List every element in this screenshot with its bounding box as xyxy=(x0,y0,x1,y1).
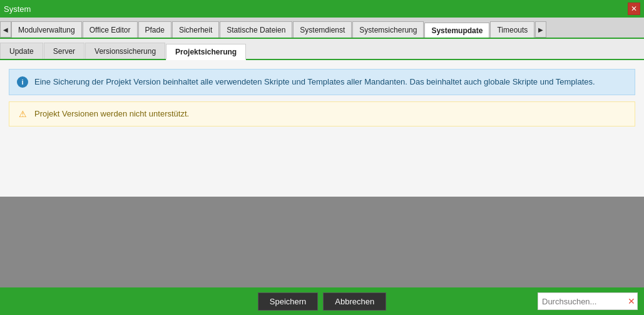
tab-timeouts[interactable]: Timeouts xyxy=(490,21,534,38)
tab-scroll-left[interactable]: ◀ xyxy=(0,21,11,38)
tab-statische-dateien[interactable]: Statische Dateien xyxy=(220,21,292,38)
title-bar: System ✕ xyxy=(0,0,644,18)
subtab-server[interactable]: Server xyxy=(44,43,84,59)
save-button[interactable]: Speichern xyxy=(258,292,319,311)
close-button[interactable]: ✕ xyxy=(628,3,640,15)
search-box-wrap: ✕ xyxy=(538,292,638,310)
sub-tabs-bar: Update Server Versionssicherung Projekts… xyxy=(0,39,644,60)
tab-systemupdate[interactable]: Systemupdate xyxy=(424,23,489,39)
warning-text: Projekt Versionen werden nicht unterstüt… xyxy=(34,109,189,118)
tab-office-editor[interactable]: Office Editor xyxy=(83,21,138,38)
main-tabs-bar: ◀ Modulverwaltung Office Editor Pfade Si… xyxy=(0,18,644,39)
warning-box: ⚠ Projekt Versionen werden nicht unterst… xyxy=(9,101,635,127)
search-clear-icon[interactable]: ✕ xyxy=(628,296,635,306)
content-area: i Eine Sicherung der Projekt Version bei… xyxy=(0,60,644,197)
info-text: Eine Sicherung der Projekt Version beinh… xyxy=(34,76,595,88)
tab-scroll-right[interactable]: ▶ xyxy=(535,21,546,38)
tab-systemsicherung[interactable]: Systemsicherung xyxy=(352,21,424,38)
info-icon: i xyxy=(17,76,28,88)
search-input[interactable] xyxy=(538,292,638,310)
tab-sicherheit[interactable]: Sicherheit xyxy=(172,21,219,38)
main-window: System ✕ ◀ Modulverwaltung Office Editor… xyxy=(0,0,644,315)
subtab-versionssicherung[interactable]: Versionssicherung xyxy=(85,43,165,59)
cancel-button[interactable]: Abbrechen xyxy=(323,292,386,311)
tab-systemdienst[interactable]: Systemdienst xyxy=(293,21,352,38)
warning-icon: ⚠ xyxy=(17,108,28,120)
tab-modulverwaltung[interactable]: Modulverwaltung xyxy=(11,21,82,38)
window-title: System xyxy=(4,4,31,14)
subtab-update[interactable]: Update xyxy=(0,43,43,59)
tab-pfade[interactable]: Pfade xyxy=(138,21,171,38)
info-box: i Eine Sicherung der Projekt Version bei… xyxy=(9,69,635,95)
subtab-projektsicherung[interactable]: Projektsicherung xyxy=(166,44,246,60)
